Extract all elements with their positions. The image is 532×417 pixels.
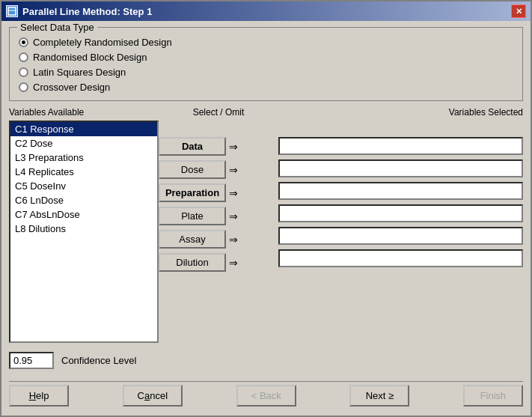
window-title: Parallel Line Method: Step 1 [22, 6, 152, 17]
variables-list[interactable]: C1 ResponseC2 DoseL3 PreparationsL4 Repl… [9, 121, 159, 343]
selected-field-3 [278, 204, 523, 222]
radio-crossover[interactable]: Crossover Design [19, 82, 513, 93]
select-btn-dose[interactable]: Dose [159, 160, 226, 179]
arrow-icon: ⇒ [229, 234, 238, 246]
select-omit-row: Plate⇒ [159, 207, 278, 225]
select-btn-plate[interactable]: Plate [159, 207, 226, 225]
arrow-icon: ⇒ [229, 257, 238, 269]
finish-button: Finish [463, 385, 523, 407]
select-omit-header: Select / Omit [159, 107, 278, 118]
selected-fields [278, 121, 523, 267]
radio-randomised-block[interactable]: Randomised Block Design [19, 52, 513, 63]
radio-crossover-label: Crossover Design [33, 82, 110, 93]
window-content: Select Data Type Completely Randomised D… [1, 21, 531, 416]
variables-selected-header: Variables Selected [278, 107, 523, 118]
select-btn-preparation[interactable]: Preparation [159, 183, 226, 202]
select-btn-dilution[interactable]: Dilution [159, 253, 226, 272]
title-bar-left: Parallel Line Method: Step 1 [6, 5, 152, 17]
back-button: < Back [236, 385, 296, 407]
variables-selected-panel: Variables Selected [278, 107, 523, 343]
confidence-label: Confidence Level [61, 355, 136, 366]
radio-completely-randomised-label: Completely Randomised Design [33, 37, 172, 48]
selected-field-2 [278, 182, 523, 200]
radio-randomised-block-label: Randomised Block Design [33, 52, 147, 63]
confidence-row: Confidence Level [9, 349, 523, 372]
radio-crossover-circle[interactable] [19, 82, 28, 92]
variables-available-panel: Variables Available C1 ResponseC2 DoseL3… [9, 107, 159, 343]
arrow-icon: ⇒ [229, 187, 238, 199]
radio-latin-squares-circle[interactable] [19, 67, 28, 77]
variable-item[interactable]: L8 Dilutions [10, 222, 157, 236]
variable-item[interactable]: C2 Dose [10, 136, 157, 150]
arrow-icon: ⇒ [229, 210, 238, 222]
radio-completely-randomised[interactable]: Completely Randomised Design [19, 37, 513, 48]
main-window: Parallel Line Method: Step 1 ✕ Select Da… [0, 0, 532, 417]
radio-latin-squares[interactable]: Latin Squares Design [19, 67, 513, 78]
variable-item[interactable]: L3 Preparations [10, 150, 157, 165]
variable-item[interactable]: C1 Response [10, 122, 157, 136]
select-omit-row: Dilution⇒ [159, 253, 278, 272]
close-button[interactable]: ✕ [511, 4, 526, 18]
confidence-input[interactable] [9, 352, 54, 369]
variable-item[interactable]: C5 DoseInv [10, 179, 157, 193]
data-type-legend: Select Data Type [17, 22, 97, 33]
variable-item[interactable]: C7 AbsLnDose [10, 207, 157, 222]
select-omit-panel: Select / Omit Data⇒Dose⇒Preparation⇒Plat… [159, 107, 278, 343]
select-omit-row: Assay⇒ [159, 230, 278, 249]
help-button[interactable]: Help [9, 385, 69, 407]
select-btn-data[interactable]: Data [159, 137, 226, 156]
radio-latin-squares-label: Latin Squares Design [33, 67, 126, 78]
selected-field-5 [278, 249, 523, 267]
selected-field-4 [278, 227, 523, 245]
radio-completely-randomised-circle[interactable] [19, 37, 28, 47]
select-omit-row: Preparation⇒ [159, 183, 278, 202]
select-omit-buttons: Data⇒Dose⇒Preparation⇒Plate⇒Assay⇒Diluti… [159, 137, 278, 272]
select-omit-row: Data⇒ [159, 137, 278, 156]
selected-field-0 [278, 137, 523, 155]
select-btn-assay[interactable]: Assay [159, 230, 226, 249]
select-omit-row: Dose⇒ [159, 160, 278, 179]
data-type-group: Select Data Type Completely Randomised D… [9, 27, 523, 101]
bottom-buttons: HelpCancel< BackNext ≥Finish [9, 381, 523, 410]
arrow-icon: ⇒ [229, 141, 238, 153]
cancel-button[interactable]: Cancel [123, 385, 183, 407]
selected-field-1 [278, 159, 523, 177]
next-button[interactable]: Next ≥ [349, 385, 409, 407]
svg-rect-0 [8, 7, 16, 15]
window-icon [6, 5, 18, 17]
arrow-icon: ⇒ [229, 164, 238, 176]
radio-randomised-block-circle[interactable] [19, 52, 28, 62]
main-section: Variables Available C1 ResponseC2 DoseL3… [9, 107, 523, 343]
variables-available-header: Variables Available [9, 107, 159, 118]
title-bar: Parallel Line Method: Step 1 ✕ [1, 1, 531, 21]
radio-group: Completely Randomised Design Randomised … [19, 37, 513, 93]
variable-item[interactable]: C6 LnDose [10, 193, 157, 207]
variable-item[interactable]: L4 Replicates [10, 165, 157, 179]
